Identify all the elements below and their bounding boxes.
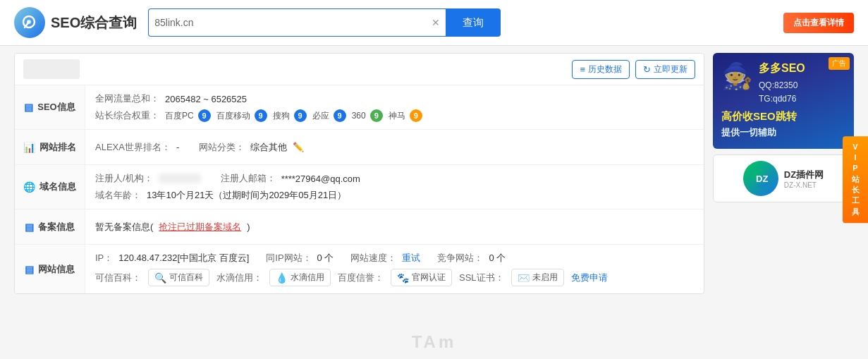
logo-icon bbox=[14, 7, 45, 38]
engine-shenma: 神马 9 bbox=[389, 109, 422, 122]
ssl-label: SSL证书： bbox=[459, 272, 504, 284]
history-data-button[interactable]: ≡ 历史数据 bbox=[572, 60, 630, 79]
refresh-button[interactable]: ↻ 立即更新 bbox=[635, 60, 695, 79]
baidu-value: 官网认证 bbox=[412, 272, 446, 284]
site-ip-line: IP： 120.48.47.232[中国北京 百度云] 同IP网站： 0 个 网… bbox=[95, 252, 694, 264]
baidu-label: 百度信誉： bbox=[338, 272, 384, 284]
main-container: ≡ 历史数据 ↻ 立即更新 ▤ SEO信息 全网流量总和： 2065482 ~ … bbox=[0, 46, 868, 301]
icp-paren: ) bbox=[247, 221, 250, 232]
registrant-label: 注册人/机构： bbox=[95, 172, 153, 185]
rank-label-text: 网站排名 bbox=[39, 141, 76, 154]
baidu-badge[interactable]: 🐾 官网认证 bbox=[391, 269, 452, 286]
icp-text: 暂无备案信息( bbox=[95, 221, 153, 233]
search-input[interactable] bbox=[154, 17, 432, 28]
alexa-label: ALEXA世界排名： bbox=[95, 141, 171, 154]
edit-category-icon[interactable]: ✏️ bbox=[293, 142, 304, 152]
baidu-icon: 🐾 bbox=[397, 272, 409, 284]
search-button[interactable]: 查询 bbox=[446, 8, 501, 37]
domain-label-text: 域名信息 bbox=[39, 181, 76, 193]
ad-text-area: 多多SEO QQ:82350 TG:qdd76 bbox=[759, 61, 805, 106]
vip-label: VIP站长工具 bbox=[845, 142, 865, 218]
email-label: 注册人邮箱： bbox=[221, 172, 276, 185]
search-area: ✕ 查询 bbox=[148, 8, 501, 37]
left-panel: ≡ 历史数据 ↻ 立即更新 ▤ SEO信息 全网流量总和： 2065482 ~ … bbox=[14, 53, 704, 294]
seo-section-label: ▤ SEO信息 bbox=[15, 85, 85, 129]
domain-age-line: 域名年龄： 13年10个月21天（过期时间为2029年05月21日） bbox=[95, 189, 694, 202]
icp-section-label: ▤ 备案信息 bbox=[15, 209, 85, 244]
category-value: 综合其他 bbox=[250, 141, 287, 154]
speed-value[interactable]: 重试 bbox=[402, 252, 420, 264]
refresh-label: 立即更新 bbox=[654, 63, 687, 75]
search-input-wrap: ✕ bbox=[148, 8, 446, 37]
shuidi-label: 水滴信用： bbox=[216, 272, 262, 284]
icp-section-row: ▤ 备案信息 暂无备案信息(抢注已过期备案域名) bbox=[15, 209, 704, 245]
icp-value-line: 暂无备案信息(抢注已过期备案域名) bbox=[95, 221, 694, 233]
ad-title: 多多SEO bbox=[759, 61, 805, 76]
clear-icon[interactable]: ✕ bbox=[432, 17, 440, 28]
vip-tab[interactable]: VIP站长工具 bbox=[843, 136, 868, 224]
icp-expired-link[interactable]: 抢注已过期备案域名 bbox=[159, 221, 241, 233]
shuidi-value: 水滴信用 bbox=[291, 272, 324, 284]
site-label-text: 网站信息 bbox=[38, 263, 75, 276]
ip-label: IP： bbox=[95, 252, 113, 264]
dz-text: DZ插件网 DZ-X.NET bbox=[784, 169, 824, 189]
logo-area: SEO综合查询 bbox=[14, 7, 137, 38]
kebi-icon: 🔍 bbox=[154, 272, 166, 284]
category-label: 网站分类： bbox=[199, 141, 245, 154]
rank-alexa-line: ALEXA世界排名： - 网站分类： 综合其他 ✏️ bbox=[95, 141, 694, 154]
traffic-label: 全网流量总和： bbox=[95, 92, 159, 105]
ssl-icon: ✉️ bbox=[518, 272, 530, 284]
seo-section-content: 全网流量总和： 2065482 ~ 6526525 站长综合权重： 百度PC 9… bbox=[85, 85, 704, 129]
kebi-badge[interactable]: 🔍 可信百科 bbox=[148, 269, 209, 286]
icp-icon: ▤ bbox=[25, 221, 34, 233]
compete-label: 竞争网站： bbox=[437, 252, 483, 264]
ssl-value: 未启用 bbox=[532, 272, 558, 284]
logo-placeholder bbox=[23, 59, 80, 79]
dz-sub: DZ-X.NET bbox=[784, 181, 824, 189]
age-value: 13年10个月21天（过期时间为2029年05月21日） bbox=[147, 189, 346, 202]
svg-text:DZ: DZ bbox=[756, 174, 768, 184]
ad-bottom-line2: 提供一切辅助 bbox=[721, 125, 845, 140]
ad-box[interactable]: 广告 🧙 多多SEO QQ:82350 TG:qdd76 高价收SEO跳转 提供… bbox=[713, 53, 854, 149]
speed-label: 网站速度： bbox=[350, 252, 396, 264]
seo-section-row: ▤ SEO信息 全网流量总和： 2065482 ~ 6526525 站长综合权重… bbox=[15, 85, 704, 130]
kebi-label: 可信百科： bbox=[95, 272, 141, 284]
ad-qq: QQ:82350 bbox=[759, 79, 805, 92]
seo-label-text: SEO信息 bbox=[37, 101, 75, 114]
dz-logo-box[interactable]: DZ DZ插件网 DZ-X.NET bbox=[713, 154, 854, 202]
ad-figure: 🧙 bbox=[721, 61, 753, 91]
top-ad-banner[interactable]: 点击查看详情 bbox=[783, 13, 854, 33]
ad-badge: 广告 bbox=[829, 57, 850, 70]
ssl-apply-link[interactable]: 免费申请 bbox=[571, 272, 608, 284]
site-section-label: ▤ 网站信息 bbox=[15, 245, 85, 293]
engine-360: 360 9 bbox=[352, 109, 383, 122]
same-ip-value: 0 个 bbox=[317, 252, 334, 264]
domain-section-label: 🌐 域名信息 bbox=[15, 165, 85, 209]
dz-logo-icon: DZ bbox=[743, 161, 778, 196]
registrant-value bbox=[159, 174, 201, 183]
seo-icon: ▤ bbox=[24, 102, 33, 113]
dz-name: DZ插件网 bbox=[784, 169, 824, 181]
app-title: SEO综合查询 bbox=[51, 13, 137, 32]
icp-label-text: 备案信息 bbox=[38, 221, 75, 233]
ssl-badge: ✉️ 未启用 bbox=[511, 269, 564, 286]
site-badges-line: 可信百科： 🔍 可信百科 水滴信用： 💧 水滴信用 百度信誉： 🐾 官网认证 bbox=[95, 269, 694, 286]
ad-tg: TG:qdd76 bbox=[759, 92, 805, 106]
seo-traffic-line: 全网流量总和： 2065482 ~ 6526525 bbox=[95, 92, 694, 105]
icp-section-content: 暂无备案信息(抢注已过期备案域名) bbox=[85, 209, 704, 244]
engine-baidu-mobile: 百度移动 9 bbox=[216, 109, 267, 122]
same-ip-label: 同IP网站： bbox=[266, 252, 311, 264]
domain-section-content: 注册人/机构： 注册人邮箱： ****27964@qq.com 域名年龄： 13… bbox=[85, 165, 704, 209]
top-bar: SEO综合查询 ✕ 查询 点击查看详情 bbox=[0, 0, 868, 46]
engine-baidu-pc: 百度PC 9 bbox=[165, 109, 211, 122]
rank-section-label: 📊 网站排名 bbox=[15, 130, 85, 164]
traffic-value: 2065482 ~ 6526525 bbox=[165, 94, 247, 104]
rank-section-content: ALEXA世界排名： - 网站分类： 综合其他 ✏️ bbox=[85, 130, 704, 164]
site-icon: ▤ bbox=[25, 264, 34, 275]
engine-bing: 必应 9 bbox=[312, 109, 346, 122]
domain-icon: 🌐 bbox=[23, 181, 35, 193]
ad-bottom-line1: 高价收SEO跳转 bbox=[721, 109, 845, 125]
rank-icon: 📊 bbox=[23, 142, 35, 153]
shuidi-badge[interactable]: 💧 水滴信用 bbox=[269, 269, 331, 286]
email-value: ****27964@qq.com bbox=[281, 174, 360, 184]
